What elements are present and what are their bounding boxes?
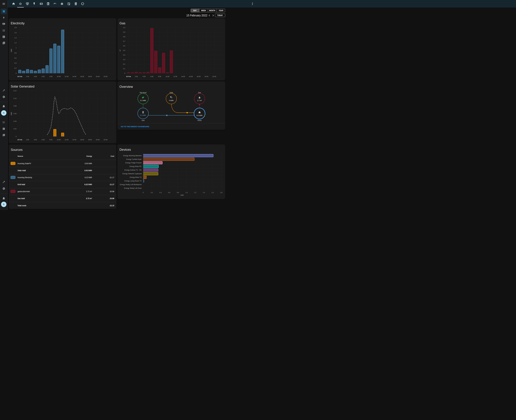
svg-text:0.12: 0.12 (14, 90, 16, 91)
svg-text:18:00: 18:00 (88, 139, 92, 141)
svg-text:Overview: Overview (119, 85, 133, 89)
svg-text:20:00: 20:00 (96, 139, 100, 141)
svg-text:0.6: 0.6 (123, 45, 125, 47)
svg-text:22:00: 22:00 (103, 139, 108, 141)
svg-text:18:00: 18:00 (197, 76, 201, 77)
svg-text:14:00: 14:00 (73, 76, 76, 77)
svg-text:0.4: 0.4 (123, 54, 125, 56)
svg-text:0.8: 0.8 (177, 192, 179, 193)
svg-text:15 Feb: 15 Feb (126, 76, 131, 77)
svg-text:1.2: 1.2 (14, 42, 16, 44)
svg-text:0.2: 0.2 (151, 192, 153, 193)
svg-text:Gas total: Gas total (18, 197, 25, 200)
svg-text:10:00: 10:00 (166, 76, 170, 77)
svg-text:0.5: 0.5 (123, 50, 125, 51)
svg-text:GO TO THE ENERGY DASHBOARD: GO TO THE ENERGY DASHBOARD (121, 126, 149, 128)
svg-text:4:00: 4:00 (34, 139, 37, 141)
svg-text:Energy Fridge Freezer: Energy Fridge Freezer (125, 162, 142, 164)
svg-text:6:00: 6:00 (150, 76, 153, 77)
svg-text:0.04: 0.04 (14, 120, 17, 122)
svg-text:Source: Source (18, 155, 23, 157)
svg-text:0.1: 0.1 (123, 68, 125, 69)
svg-text:0.6: 0.6 (14, 57, 16, 59)
svg-text:Grid total: Grid total (18, 183, 25, 186)
svg-text:22:00: 22:00 (103, 76, 108, 77)
svg-text:16:00: 16:00 (80, 76, 84, 77)
svg-text:0.3: 0.3 (123, 59, 125, 60)
svg-text:Energy Tumble Dryer: Energy Tumble Dryer (126, 158, 142, 160)
svg-text:£0.98: £0.98 (110, 190, 114, 193)
svg-text:Energy Andrew TV - PC: Energy Andrew TV - PC (125, 169, 142, 171)
svg-text:2.72 m³: 2.72 m³ (86, 197, 92, 200)
svg-text:0.9: 0.9 (123, 31, 125, 33)
svg-text:Cost: Cost (111, 155, 114, 157)
svg-text:6.3 kWh: 6.3 kWh (197, 114, 202, 116)
svg-text:Energy Network Cupboard: Energy Network Cupboard (123, 173, 142, 175)
svg-text:0.2: 0.2 (123, 63, 125, 65)
svg-text:14:00: 14:00 (73, 139, 76, 141)
svg-text:18:00: 18:00 (88, 76, 92, 77)
svg-text:Incoming SolarPV: Incoming SolarPV (18, 162, 31, 165)
svg-text:1.0: 1.0 (123, 27, 125, 28)
svg-text:16:00: 16:00 (80, 139, 84, 141)
svg-text:0: 0 (125, 73, 125, 74)
svg-text:2:00: 2:00 (26, 76, 29, 77)
svg-text:Energy: Energy (87, 155, 92, 157)
svg-text:8:00: 8:00 (50, 76, 52, 77)
svg-text:0 kWh: 0 kWh (169, 99, 174, 102)
svg-text:Energy Brian PC: Energy Brian PC (130, 165, 142, 167)
svg-text:1.4: 1.4 (203, 192, 205, 193)
svg-text:15 Feb: 15 Feb (17, 76, 22, 77)
svg-text:4:00: 4:00 (143, 76, 146, 77)
svg-text:1.2: 1.2 (194, 192, 196, 193)
svg-text:Incoming Electricity: Incoming Electricity (18, 176, 32, 179)
svg-text:Grid: Grid (142, 120, 144, 121)
svg-text:0.6: 0.6 (168, 192, 170, 193)
svg-text:4:00: 4:00 (34, 76, 37, 77)
svg-text:£1.17: £1.17 (110, 176, 114, 179)
svg-text:1.6: 1.6 (14, 32, 16, 33)
svg-text:0.02: 0.02 (14, 128, 16, 130)
svg-text:0.03 kWh: 0.03 kWh (85, 169, 92, 172)
svg-text:2.7 m³: 2.7 m³ (197, 99, 202, 102)
svg-text:Sources: Sources (11, 148, 22, 151)
svg-text:0.8: 0.8 (123, 36, 125, 38)
svg-text:kWh: kWh (10, 49, 12, 52)
svg-text:kWh: kWh (181, 194, 184, 196)
svg-text:8:00: 8:00 (158, 76, 161, 77)
svg-text:1.0: 1.0 (185, 192, 188, 193)
svg-text:m³: m³ (119, 49, 121, 51)
svg-text:6:00: 6:00 (42, 139, 45, 141)
svg-text:2.72 m³: 2.72 m³ (86, 190, 92, 193)
svg-text:20:00: 20:00 (96, 76, 100, 77)
svg-text:2:00: 2:00 (26, 139, 29, 141)
svg-text:gastocubicmeter: gastocubicmeter (18, 190, 30, 193)
svg-text:Energy Living Room TV: Energy Living Room TV (125, 180, 142, 182)
svg-text:0.10: 0.10 (14, 98, 16, 99)
svg-text:0.8: 0.8 (14, 52, 16, 54)
svg-text:6.22 kWh: 6.22 kWh (85, 183, 92, 186)
svg-text:Solar total: Solar total (18, 169, 26, 172)
svg-text:0.4: 0.4 (160, 192, 162, 193)
svg-text:0.06: 0.06 (14, 113, 16, 114)
svg-text:1.6: 1.6 (212, 192, 214, 193)
svg-text:0: 0 (16, 136, 16, 137)
svg-text:14:00: 14:00 (181, 76, 185, 77)
svg-text:Energy Brian TV: Energy Brian TV (130, 176, 142, 178)
svg-text:1.4: 1.4 (14, 37, 17, 38)
svg-text:12:00: 12:00 (173, 76, 177, 77)
svg-text:6:00: 6:00 (42, 76, 45, 77)
svg-text:1.8: 1.8 (220, 192, 222, 193)
svg-text:0.08: 0.08 (14, 105, 16, 107)
svg-text:15 Feb: 15 Feb (17, 139, 22, 141)
svg-text:kWh: kWh (10, 112, 12, 115)
svg-text:12:00: 12:00 (65, 76, 68, 77)
svg-text:20:00: 20:00 (205, 76, 208, 77)
svg-text:10:00: 10:00 (57, 76, 61, 77)
svg-text:Energy Washing Machine: Energy Washing Machine (123, 155, 142, 157)
svg-text:Home: Home (198, 120, 202, 121)
svg-text:Total costs: Total costs (18, 204, 26, 207)
svg-text:Devices: Devices (119, 148, 131, 151)
svg-text:0: 0 (16, 73, 16, 74)
svg-text:22:00: 22:00 (212, 76, 216, 77)
